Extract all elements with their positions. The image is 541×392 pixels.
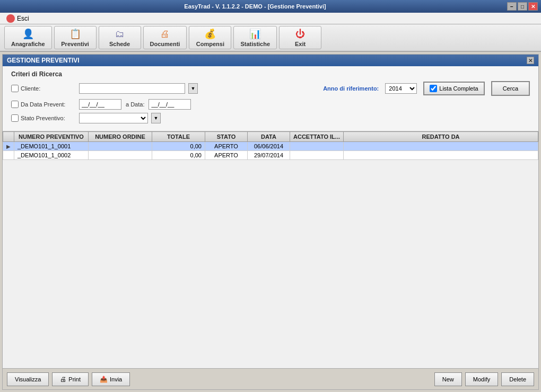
delete-button[interactable]: Delete	[501, 372, 534, 386]
toolbar-statistiche-button[interactable]: 📊 Statistiche	[233, 26, 277, 49]
toolbar-anagrafiche-button[interactable]: 👤 Anagrafiche	[4, 26, 52, 49]
print-label: Print	[68, 376, 81, 382]
maximize-button[interactable]: □	[518, 2, 527, 11]
col-header-redatto: REDATTO DA	[344, 132, 538, 142]
title-bar: EasyTrad - V. 1.1.2.2 - DEMO - [Gestione…	[0, 0, 541, 13]
statistiche-label: Statistiche	[240, 41, 270, 47]
panel-title: GESTIONE PREVENTIVI	[7, 57, 80, 64]
cell-totale: 0,00	[152, 142, 205, 151]
anagrafiche-label: Anagrafiche	[11, 41, 45, 47]
cerca-button[interactable]: Cerca	[491, 81, 530, 96]
cell-data: 29/07/2014	[248, 151, 290, 160]
table-header: NUMERO PREVENTIVO NUMERO ORDINE TOTALE S…	[3, 132, 538, 142]
minimize-button[interactable]: −	[507, 2, 517, 11]
exit-icon: ⏻	[294, 29, 307, 40]
lista-completa-button[interactable]: Lista Completa	[423, 82, 484, 95]
criteria-row-date: Da Data Prevent: a Data:	[11, 99, 530, 110]
table-header-row: NUMERO PREVENTIVO NUMERO ORDINE TOTALE S…	[3, 132, 538, 142]
stato-label: Stato Preventivo:	[21, 115, 65, 121]
delete-label: Delete	[509, 376, 526, 382]
menu-esci[interactable]: Esci	[2, 13, 33, 24]
da-data-checkbox[interactable]	[11, 101, 19, 108]
stato-select[interactable]: APERTO CHIUSO	[79, 113, 148, 123]
col-header-totale: TOTALE	[152, 132, 205, 142]
cell-ordine	[89, 151, 152, 160]
toolbar: 👤 Anagrafiche 📋 Preventivi 🗂 Schede 🖨 Do…	[0, 24, 541, 52]
cliente-dropdown-arrow[interactable]: ▼	[188, 83, 198, 94]
esci-icon	[6, 14, 15, 23]
cell-accettato	[290, 151, 344, 160]
col-header-accettato: ACCETTATO IL...	[290, 132, 344, 142]
cell-data: 06/06/2014	[248, 142, 290, 151]
main-content: GESTIONE PREVENTIVI ✕ Criteri di Ricerca…	[0, 52, 541, 392]
table-body: ▶_DEMO101_1_00010,00APERTO06/06/2014_DEM…	[3, 142, 538, 160]
table-row[interactable]: ▶_DEMO101_1_00010,00APERTO06/06/2014	[3, 142, 538, 151]
title-bar-controls: − □ ✕	[507, 2, 538, 11]
cell-ordine	[89, 142, 152, 151]
cliente-label: Cliente:	[21, 85, 40, 92]
anagrafiche-icon: 👤	[22, 28, 34, 40]
cell-accettato	[290, 142, 344, 151]
col-header-data: DATA	[248, 132, 290, 142]
anno-label: Anno di riferimento:	[323, 85, 379, 92]
panel-close-button[interactable]: ✕	[527, 57, 534, 64]
table-row[interactable]: _DEMO101_1_00020,00APERTO29/07/2014	[3, 151, 538, 160]
stato-dropdown-arrow[interactable]: ▼	[151, 113, 161, 123]
menu-esci-label: Esci	[17, 15, 29, 22]
gestione-preventivi-panel: GESTIONE PREVENTIVI ✕ Criteri di Ricerca…	[2, 54, 539, 390]
col-header-arrow	[3, 132, 14, 142]
toolbar-documenti-button[interactable]: 🖨 Documenti	[143, 26, 187, 49]
schede-icon: 🗂	[114, 29, 126, 40]
modify-label: Modify	[473, 376, 490, 382]
bottom-bar: Visualizza 🖨 Print 📤 Invia New Modify De…	[3, 368, 538, 389]
cell-redatto	[344, 142, 538, 151]
da-data-input[interactable]	[79, 99, 121, 110]
schede-label: Schede	[109, 41, 130, 47]
preventivi-icon: 📋	[69, 28, 82, 40]
cell-numero: _DEMO101_1_0001	[14, 142, 89, 151]
compensi-icon: 💰	[204, 28, 216, 40]
row-arrow: ▶	[3, 142, 14, 151]
a-data-input[interactable]	[149, 99, 191, 110]
compensi-label: Compensi	[196, 41, 224, 47]
col-header-stato: STATO	[205, 132, 248, 142]
documenti-icon: 🖨	[159, 29, 171, 40]
visualizza-button[interactable]: Visualizza	[7, 372, 49, 386]
table-area: NUMERO PREVENTIVO NUMERO ORDINE TOTALE S…	[3, 131, 538, 368]
bottom-right-buttons: New Modify Delete	[434, 372, 534, 386]
cell-totale: 0,00	[152, 151, 205, 160]
criteria-row-stato: Stato Preventivo: APERTO CHIUSO ▼	[11, 113, 530, 123]
documenti-label: Documenti	[150, 41, 180, 47]
stato-checkbox[interactable]	[11, 114, 19, 122]
visualizza-label: Visualizza	[15, 376, 41, 382]
anno-section: Anno di riferimento: 2014 2013 2012 2011…	[323, 81, 530, 96]
cell-stato: APERTO	[205, 142, 248, 151]
lista-completa-checkbox[interactable]	[430, 85, 437, 92]
toolbar-exit-button[interactable]: ⏻ Exit	[279, 26, 321, 49]
table-scroll[interactable]: NUMERO PREVENTIVO NUMERO ORDINE TOTALE S…	[3, 131, 538, 368]
lista-completa-label: Lista Completa	[439, 85, 478, 92]
cliente-checkbox[interactable]	[11, 85, 19, 92]
panel-header: GESTIONE PREVENTIVI ✕	[3, 55, 538, 66]
new-button[interactable]: New	[434, 372, 462, 386]
toolbar-schede-button[interactable]: 🗂 Schede	[99, 26, 141, 49]
new-label: New	[442, 376, 454, 382]
toolbar-compensi-button[interactable]: 💰 Compensi	[189, 26, 231, 49]
cliente-checkbox-label: Cliente:	[11, 85, 75, 92]
row-arrow	[3, 151, 14, 160]
da-data-checkbox-label: Da Data Prevent:	[11, 101, 75, 108]
col-header-ordine: NUMERO ORDINE	[89, 132, 152, 142]
col-header-numero: NUMERO PREVENTIVO	[14, 132, 89, 142]
cliente-input[interactable]	[79, 83, 185, 94]
a-data-label: a Data:	[126, 101, 144, 108]
exit-label: Exit	[295, 41, 306, 47]
menu-bar: Esci	[0, 13, 541, 24]
print-button[interactable]: 🖨 Print	[52, 372, 89, 386]
modify-button[interactable]: Modify	[465, 372, 498, 386]
cell-redatto	[344, 151, 538, 160]
invia-button[interactable]: 📤 Invia	[92, 372, 130, 386]
close-window-button[interactable]: ✕	[528, 2, 538, 11]
anno-select[interactable]: 2014 2013 2012 2011	[385, 83, 417, 94]
toolbar-preventivi-button[interactable]: 📋 Preventivi	[54, 26, 97, 49]
search-criteria-section: Criteri di Ricerca Cliente: ▼ Anno di ri…	[3, 66, 538, 131]
